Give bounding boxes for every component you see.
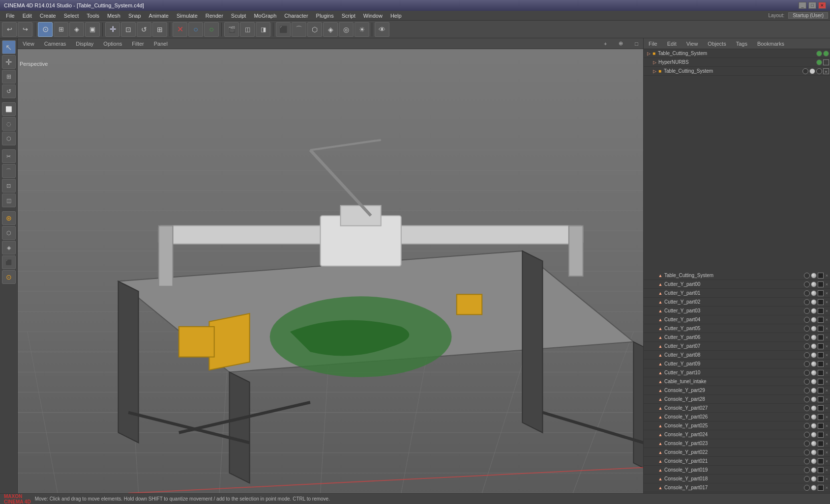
deform-btn[interactable]: ◈ [323, 22, 338, 37]
size-tool-btn[interactable]: ⊞ [152, 22, 167, 37]
list-item[interactable]: ▲Console_Y_part023× [644, 439, 830, 448]
list-item[interactable]: ▲Console_Y_part022× [644, 448, 830, 457]
circle-blue-btn[interactable]: ○ [188, 22, 203, 37]
subdiv-btn[interactable]: ⬡ [307, 22, 322, 37]
list-item[interactable]: ▲Cutter_Y_part09× [644, 360, 830, 368]
vp-menu-options[interactable]: Options [101, 40, 124, 48]
vp-menu-display[interactable]: Display [74, 40, 95, 48]
list-item[interactable]: ▲Cutter_Y_part10× [644, 368, 830, 377]
menu-mograph[interactable]: MoGraph [250, 12, 280, 20]
list-item[interactable]: ▲Cutter_Y_part07× [644, 342, 830, 351]
vp-menu-panel[interactable]: Panel [152, 40, 170, 48]
camera-btn[interactable]: ◎ [339, 22, 354, 37]
menu-animate[interactable]: Animate [145, 12, 173, 20]
tool-move[interactable]: ✛ [2, 55, 16, 69]
tool-bevel[interactable]: ◫ [2, 194, 16, 207]
redo-btn[interactable]: ↪ [18, 22, 32, 37]
mode-polygon-btn[interactable]: ▣ [85, 22, 100, 37]
circle-green-btn[interactable]: ○ [204, 22, 219, 37]
timeline-btn[interactable]: ◫ [240, 22, 255, 37]
menu-character[interactable]: Character [280, 12, 312, 20]
om-edit[interactable]: Edit [665, 40, 679, 48]
list-item[interactable]: ▲Console_Y_part026× [644, 413, 830, 421]
list-item[interactable]: ▲Console_Y_part025× [644, 421, 830, 430]
tool-paint[interactable]: ⬡ [2, 226, 16, 240]
obj-root[interactable]: ▷ ■ Table_Cutting_System [644, 49, 830, 58]
minimize-btn[interactable]: _ [799, 2, 806, 9]
mode-points-btn[interactable]: ⊞ [54, 22, 68, 37]
light-toolbar-btn[interactable]: ☀ [355, 22, 369, 37]
menu-edit[interactable]: Edit [19, 12, 36, 20]
cube-btn[interactable]: ⬛ [276, 22, 291, 37]
om-file[interactable]: File [647, 40, 659, 48]
menu-mesh[interactable]: Mesh [103, 12, 124, 20]
tool-lasso[interactable]: ◌ [2, 117, 16, 131]
maximize-btn[interactable]: □ [808, 2, 816, 9]
list-item[interactable]: ▲Table_Cutting_System× [644, 271, 830, 280]
list-item[interactable]: ▲Console_Y_part017× [644, 483, 830, 492]
vp-menu-cameras[interactable]: Cameras [42, 40, 68, 48]
tool-rotate[interactable]: ↺ [2, 84, 16, 98]
list-item[interactable]: ▲Cutter_Y_part02× [644, 298, 830, 307]
tool-knife[interactable]: ✂ [2, 149, 16, 163]
vp-menu-filter[interactable]: Filter [130, 40, 146, 48]
close-btn[interactable]: ✕ [818, 2, 826, 9]
list-item[interactable]: ▲Cable_tunel_intake× [644, 377, 830, 386]
tool-bridge[interactable]: ⌒ [2, 164, 16, 178]
list-item[interactable]: ▲Console_Y_part019× [644, 466, 830, 475]
list-item[interactable]: ▲Cutter_Y_part01× [644, 289, 830, 298]
om-objects[interactable]: Objects [706, 40, 728, 48]
list-item[interactable]: ▲Cutter_Y_part05× [644, 324, 830, 333]
list-item[interactable]: ▲Console_Y_part018× [644, 475, 830, 483]
menu-script[interactable]: Script [338, 12, 359, 20]
menu-window[interactable]: Window [359, 12, 386, 20]
vp-menu-view[interactable]: View [21, 40, 36, 48]
list-item[interactable]: ▲Console_Y_part024× [644, 430, 830, 439]
tool-polygon[interactable]: ⬡ [2, 132, 16, 145]
menu-plugins[interactable]: Plugins [312, 12, 338, 20]
list-item[interactable]: ▲Cutter_Y_part03× [644, 307, 830, 315]
move-tool-btn[interactable]: ✛ [105, 22, 120, 37]
list-item[interactable]: ▲Cutter_Y_part04× [644, 315, 830, 324]
tool-extrude[interactable]: ⊡ [2, 179, 16, 193]
undo-btn[interactable]: ↩ [2, 22, 17, 37]
menu-snap[interactable]: Snap [124, 12, 145, 20]
list-item[interactable]: ▲Cutter_Y_part06× [644, 333, 830, 342]
om-tags[interactable]: Tags [734, 40, 749, 48]
tool-sculpt[interactable]: ◈ [2, 241, 16, 254]
list-item[interactable]: ▲Console_Y_part021× [644, 457, 830, 466]
obj-tcs[interactable]: ▷ ■ Table_Cutting_System × [644, 67, 830, 76]
tool-texture[interactable]: ⬛ [2, 255, 16, 269]
menu-render[interactable]: Render [202, 12, 227, 20]
circle-red-btn[interactable]: ✕ [173, 22, 187, 37]
menu-create[interactable]: Create [36, 12, 60, 20]
scale-tool-btn[interactable]: ⊡ [121, 22, 136, 37]
keyframe-btn[interactable]: ◨ [256, 22, 270, 37]
film-btn[interactable]: 🎬 [224, 22, 239, 37]
tool-select[interactable]: ↖ [2, 40, 16, 54]
menu-help[interactable]: Help [386, 12, 406, 20]
spline-btn[interactable]: ⌒ [292, 22, 306, 37]
om-view[interactable]: View [684, 40, 700, 48]
mode-object-btn[interactable]: ⊙ [38, 22, 53, 37]
list-item[interactable]: ▲Console_Y_part29× [644, 386, 830, 395]
viewport-canvas[interactable]: Perspective [18, 49, 643, 493]
menu-tools[interactable]: Tools [83, 12, 103, 20]
vp-icon-plus[interactable]: + [602, 40, 609, 48]
menu-simulate[interactable]: Simulate [173, 12, 202, 20]
rotate-tool-btn[interactable]: ↺ [137, 22, 151, 37]
vp-icon-target[interactable]: ⊕ [617, 39, 625, 48]
obj-hypernurbs[interactable]: ▷ HyperNURBS [644, 58, 830, 67]
list-item[interactable]: ▲Console_Y_part28× [644, 395, 830, 404]
tool-scale[interactable]: ⊞ [2, 70, 16, 84]
mode-edges-btn[interactable]: ◈ [69, 22, 84, 37]
tool-box-select[interactable]: ⬜ [2, 102, 16, 116]
list-item[interactable]: ▲Cutter_Y_part00× [644, 280, 830, 289]
om-bookmarks[interactable]: Bookmarks [755, 40, 786, 48]
menu-sculpt[interactable]: Sculpt [227, 12, 250, 20]
tool-light-btn[interactable]: ⊙ [2, 270, 16, 284]
menu-file[interactable]: File [2, 12, 19, 20]
layout-value[interactable]: Startup (User) [788, 12, 828, 19]
vp-icon-square[interactable]: □ [633, 40, 640, 48]
list-item[interactable]: ▲Cutter_Y_part08× [644, 351, 830, 360]
